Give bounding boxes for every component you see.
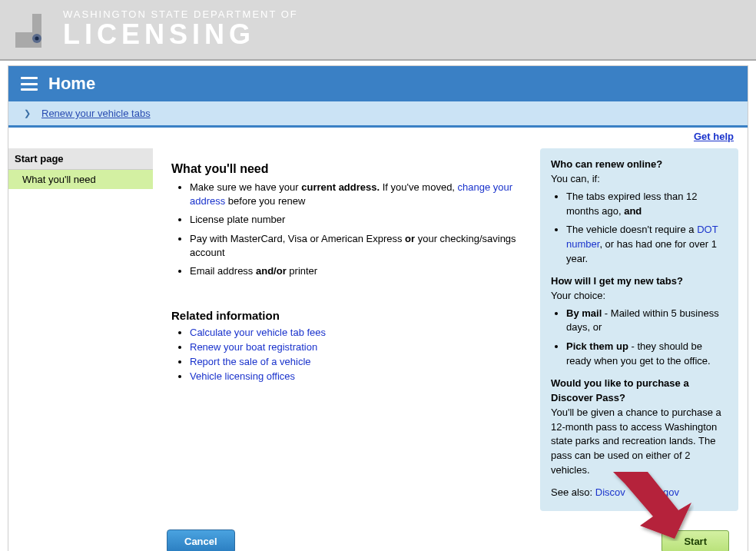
breadcrumb-link[interactable]: Renew your vehicle tabs: [41, 108, 151, 119]
info-box: Who can renew online? You can, if: The t…: [540, 148, 738, 511]
list-item: Email address and/or printer: [190, 264, 529, 278]
needs-list: Make sure we have your current address. …: [171, 181, 529, 278]
discover-pass-link[interactable]: Discov wa.gov: [595, 486, 679, 498]
info-question: Would you like to purchase a Discover Pa…: [551, 377, 728, 406]
cancel-button[interactable]: Cancel: [167, 529, 235, 551]
related-link[interactable]: Vehicle licensing offices: [190, 370, 295, 382]
list-item: By mail - Mailed within 5 business days,…: [566, 307, 728, 336]
info-question: How will I get my new tabs?: [551, 274, 728, 289]
list-item: License plate number: [190, 213, 529, 227]
chevron-right-icon: ❯: [24, 108, 31, 118]
main-content: What you'll need Make sure we have your …: [153, 148, 540, 385]
info-sidebar: Who can renew online? You can, if: The t…: [540, 148, 748, 511]
logo-icon: [15, 11, 52, 48]
start-button[interactable]: Start: [662, 530, 729, 551]
related-list: Calculate your vehicle tab fees Renew yo…: [171, 327, 529, 382]
list-item: Pay with MasterCard, Visa or American Ex…: [190, 232, 529, 260]
info-body: You'll be given a chance to purchase a 1…: [551, 406, 728, 478]
breadcrumb: ❯ Renew your vehicle tabs: [8, 101, 748, 128]
related-link[interactable]: Report the sale of a vehicle: [190, 356, 311, 367]
brand-text: WASHINGTON STATE DEPARTMENT OF LICENSING: [63, 9, 298, 48]
sidebar-heading: Start page: [8, 148, 153, 170]
sidebar-item-active[interactable]: What you'll need: [8, 170, 153, 189]
page-title: Home: [48, 74, 95, 94]
action-row: Cancel Start: [8, 529, 748, 551]
list-item: Make sure we have your current address. …: [190, 181, 529, 208]
list-item: The tabs expired less than 12 months ago…: [566, 190, 728, 219]
get-help-link[interactable]: Get help: [694, 131, 734, 142]
list-item: Pick them up - they should be ready when…: [566, 340, 728, 369]
info-question: Who can renew online?: [551, 158, 728, 172]
info-lead: You can, if:: [551, 172, 728, 187]
list-item: The vehicle doesn't require a DOT number…: [566, 223, 728, 267]
list-item: Renew your boat registration: [190, 341, 529, 353]
svg-point-3: [35, 36, 39, 40]
page-header: Home: [8, 66, 748, 101]
agency-wordmark: LICENSING: [63, 21, 298, 48]
agency-logo: [15, 11, 52, 48]
list-item: Report the sale of a vehicle: [190, 356, 529, 367]
related-link[interactable]: Renew your boat registration: [190, 341, 317, 353]
hamburger-icon[interactable]: [21, 77, 38, 91]
brand-header: WASHINGTON STATE DEPARTMENT OF LICENSING: [0, 0, 756, 61]
related-heading: Related information: [171, 309, 529, 322]
info-lead: Your choice:: [551, 289, 728, 304]
needs-heading: What you'll need: [171, 162, 529, 176]
list-item: Vehicle licensing offices: [190, 370, 529, 382]
content-panel: Home ❯ Renew your vehicle tabs Get help …: [8, 65, 748, 551]
list-item: Calculate your vehicle tab fees: [190, 327, 529, 338]
see-also: See also: Discov wa.gov: [551, 486, 728, 500]
sidebar: Start page What you'll need: [8, 148, 153, 189]
related-link[interactable]: Calculate your vehicle tab fees: [190, 327, 326, 338]
